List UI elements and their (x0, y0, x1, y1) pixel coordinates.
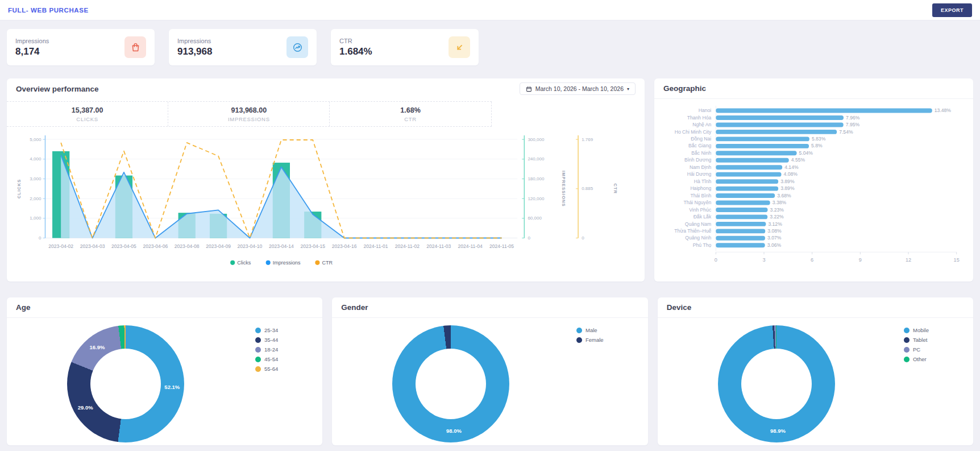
legend-label: Male (585, 327, 597, 333)
svg-text:Thanh Hóa: Thanh Hóa (687, 115, 712, 121)
svg-text:2023-04-10: 2023-04-10 (238, 243, 263, 249)
svg-text:2023-04-16: 2023-04-16 (332, 243, 357, 249)
stat-label: Impressions (177, 38, 212, 44)
stat-card-impressions-2: Impressions 913,968 (169, 29, 317, 65)
legend-item: Male (576, 327, 604, 333)
svg-text:3.06%: 3.06% (767, 242, 782, 248)
svg-text:0: 0 (528, 235, 530, 241)
svg-text:15: 15 (954, 257, 960, 263)
legend-dot (904, 347, 910, 353)
device-legend: MobileTabletPCOther (904, 327, 929, 366)
summary-impressions-label: IMPRESSIONS (168, 116, 329, 122)
svg-text:CLICKS: CLICKS (16, 179, 22, 198)
legend-item: Mobile (904, 327, 929, 333)
svg-text:Bắc Giang: Bắc Giang (688, 143, 711, 148)
svg-text:2024-11-03: 2024-11-03 (426, 243, 451, 249)
device-panel-header: Device (658, 297, 973, 318)
legend-item: Female (576, 337, 604, 343)
geographic-panel: Geographic Hanoi13.48%Thanh Hóa7.96%Nghệ… (654, 78, 973, 282)
donut-hole (741, 349, 812, 419)
legend-item: Tablet (904, 337, 929, 343)
main-row: Overview performance March 10, 2026 - Ma… (7, 78, 973, 282)
export-button[interactable]: EXPORT (932, 3, 972, 17)
legend-label: 18-24 (264, 346, 278, 353)
summary-ctr-label: CTR (330, 116, 491, 122)
svg-text:Clicks: Clicks (237, 260, 251, 266)
gender-title: Gender (341, 303, 368, 312)
svg-text:4,000: 4,000 (30, 156, 41, 162)
svg-text:3.38%: 3.38% (773, 200, 787, 205)
svg-text:Nam Định: Nam Định (690, 164, 711, 170)
svg-text:3.89%: 3.89% (780, 179, 795, 184)
svg-text:3: 3 (762, 257, 765, 263)
trending-circle-icon (286, 36, 308, 58)
svg-text:Bình Dương: Bình Dương (684, 157, 711, 163)
svg-text:7.96%: 7.96% (846, 115, 860, 121)
impressions-area-line (61, 155, 501, 238)
svg-text:4.08%: 4.08% (784, 171, 798, 177)
svg-text:2024-11-02: 2024-11-02 (395, 243, 420, 249)
svg-text:2023-04-03: 2023-04-03 (80, 243, 105, 249)
summary-clicks: 15,387.00 CLICKS (7, 102, 168, 126)
svg-text:9: 9 (859, 257, 862, 263)
svg-text:CTR: CTR (613, 184, 618, 195)
arrow-down-left-icon (449, 36, 470, 58)
legend-dot (255, 357, 261, 362)
svg-text:5.04%: 5.04% (799, 150, 813, 156)
summary-clicks-value: 15,387.00 (7, 106, 168, 114)
svg-text:Thái Nguyên: Thái Nguyên (683, 200, 711, 205)
legend-item: 45-54 (255, 356, 278, 362)
legend-item: 55-64 (255, 366, 278, 372)
svg-text:Bắc Ninh: Bắc Ninh (691, 150, 711, 156)
svg-text:Hà Tĩnh: Hà Tĩnh (694, 179, 712, 184)
svg-text:60,000: 60,000 (528, 216, 542, 221)
legend-dot (576, 328, 582, 333)
svg-text:3.23%: 3.23% (770, 207, 784, 213)
shopping-bag-icon (124, 36, 146, 58)
svg-text:120,000: 120,000 (528, 196, 545, 201)
svg-text:0: 0 (715, 257, 717, 263)
svg-text:2023-04-15: 2023-04-15 (300, 243, 325, 249)
legend-dot (576, 337, 582, 343)
legend-dot (904, 328, 910, 333)
legend-item: Other (904, 356, 929, 362)
date-range-value: March 10, 2026 - March 10, 2026 (535, 85, 624, 92)
stat-card-impressions-1: Impressions 8,174 (7, 29, 155, 65)
overview-summary: 15,387.00 CLICKS 913,968.00 IMPRESSIONS … (7, 101, 492, 127)
page-title: FULL- WEB PURCHASE (8, 7, 89, 14)
svg-text:1.769: 1.769 (582, 137, 593, 142)
content: Impressions 8,174 Impressions 913,968 (0, 20, 980, 445)
svg-text:Hải Dương: Hải Dương (687, 171, 712, 177)
legend-dot (904, 357, 910, 362)
svg-text:5,000: 5,000 (30, 137, 41, 142)
geographic-title: Geographic (663, 84, 706, 93)
svg-text:Quảng Ninh: Quảng Ninh (685, 235, 711, 241)
legend-label: 55-64 (264, 366, 278, 372)
donut-slice-label: 29.0% (78, 404, 93, 411)
legend-item: PC (904, 346, 929, 353)
geographic-chart-svg: Hanoi13.48%Thanh Hóa7.96%Nghệ An7.95%Ho … (658, 105, 969, 278)
legend-label: PC (913, 346, 920, 353)
device-donut-chart: 98.9% (718, 325, 835, 442)
svg-text:2024-11-04: 2024-11-04 (458, 243, 483, 249)
legend-item: 35-44 (255, 337, 278, 343)
stat-label: Impressions (15, 38, 49, 44)
overview-panel-header: Overview performance March 10, 2026 - Ma… (7, 78, 645, 99)
date-range-picker[interactable]: March 10, 2026 - March 10, 2026 ▾ (520, 82, 636, 95)
svg-text:Phú Thọ: Phú Thọ (693, 242, 712, 248)
svg-text:6: 6 (811, 257, 813, 263)
overview-panel: Overview performance March 10, 2026 - Ma… (7, 78, 645, 282)
device-title: Device (667, 303, 692, 312)
svg-text:3.07%: 3.07% (767, 235, 782, 241)
legend-dot (255, 328, 261, 333)
svg-text:1,000: 1,000 (30, 216, 41, 221)
svg-text:7.54%: 7.54% (839, 129, 853, 135)
legend-label: Mobile (913, 327, 929, 333)
overview-title: Overview performance (16, 85, 99, 93)
svg-text:Haiphong: Haiphong (690, 185, 711, 191)
donut-slice-label: 98.9% (770, 427, 786, 433)
donut-slice-label: 98.0% (446, 427, 462, 433)
legend-dot (255, 347, 261, 353)
svg-text:Đắk Lắk: Đắk Lắk (694, 214, 712, 220)
summary-clicks-label: CLICKS (7, 116, 168, 122)
